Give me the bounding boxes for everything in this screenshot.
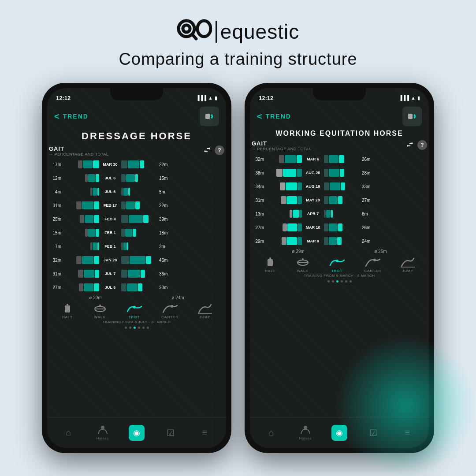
nav-calendar-left[interactable]: ☑: [160, 428, 182, 438]
gait-jump-left[interactable]: JUMP: [198, 304, 212, 319]
table-row: 29m MAR 9 24m: [252, 235, 427, 247]
nav-bar-right: < TREND: [250, 104, 429, 129]
table-row: 7m FEB 1 3m: [49, 240, 224, 253]
gait-icons-right: HALT WALK TROT: [250, 256, 429, 273]
dot: [142, 327, 145, 329]
back-button-right[interactable]: <: [257, 112, 262, 122]
active-nav-box-left: ◉: [129, 425, 145, 441]
dot: [327, 280, 330, 283]
gait-canter-left[interactable]: CANTER: [161, 304, 178, 319]
table-row: 13m APR 7 8m: [252, 208, 427, 220]
svg-point-3: [197, 21, 211, 37]
gait-subtitle-left: → PERCENTAGE AND TOTAL: [49, 152, 108, 156]
status-icons-left: ▐▐▐ ▲ ▮: [196, 95, 217, 101]
page-subtitle: Comparing a training structure: [0, 50, 476, 69]
page-header: equestic Comparing a training structure: [0, 0, 476, 78]
nav-menu-right[interactable]: ≡: [396, 428, 418, 438]
share-button-right[interactable]: [405, 140, 415, 150]
svg-rect-5: [65, 305, 70, 312]
table-row: 38m AUG 20 28m: [252, 167, 427, 179]
menu-icon: ≡: [405, 428, 410, 438]
nav-horses-label-left: Horses: [97, 436, 109, 440]
svg-point-20: [336, 260, 338, 262]
svg-rect-14: [408, 114, 413, 119]
training-rows-right: 32m MAR 6 26m 38m: [250, 153, 429, 247]
logo-divider: [216, 21, 217, 43]
sensor-icon-right: [402, 107, 422, 126]
share-button-left[interactable]: [202, 145, 212, 155]
nav-calendar-right[interactable]: ☑: [362, 428, 384, 438]
signal-icon: ▐▐▐: [399, 95, 409, 100]
gait-subtitle-right: → PERCENTAGE AND TOTAL: [252, 147, 311, 151]
avg-right-right: ø 25m: [374, 249, 387, 254]
table-row: 32m MAR 6 26m: [252, 153, 427, 165]
phone-right: 12:12 ▐▐▐ ▲ ▮ < TREND: [245, 83, 434, 453]
table-row: 25m FEB 4 39m: [49, 213, 224, 225]
table-row: 31m FEB 17 22m: [49, 199, 224, 212]
table-row: 27m JUL 6 30m: [49, 281, 224, 294]
nav-menu-left[interactable]: ≡: [193, 428, 216, 438]
gait-walk-right[interactable]: WALK: [296, 257, 310, 273]
nav-active-right[interactable]: ◉: [328, 425, 350, 441]
logo-brand: equestic: [220, 20, 299, 44]
phone-left-screen: 12:12 ▐▐▐ ▲ ▮ < TREND: [47, 88, 226, 448]
sensor-icon-left: [200, 107, 219, 126]
nav-bar-left: < TREND: [47, 104, 226, 129]
phone-right-screen: 12:12 ▐▐▐ ▲ ▮ < TREND: [250, 88, 429, 448]
help-button-right[interactable]: ?: [417, 140, 427, 150]
logo-eq: [177, 17, 212, 46]
svg-rect-15: [268, 259, 273, 266]
dot: [147, 327, 149, 329]
nav-title-right: TREND: [266, 113, 399, 120]
gait-actions-right: ?: [405, 140, 427, 150]
gait-halt-left[interactable]: HALT: [61, 304, 74, 319]
svg-rect-4: [205, 114, 210, 119]
svg-line-2: [192, 34, 196, 39]
gait-header-left: GAIT → PERCENTAGE AND TOTAL ?: [47, 145, 226, 156]
back-button-left[interactable]: <: [54, 112, 60, 122]
phone-left: 12:12 ▐▐▐ ▲ ▮ < TREND: [42, 83, 231, 453]
gait-trot-left[interactable]: TROT: [126, 304, 142, 319]
training-rows-left: 17m MAR 30 22m 12m: [47, 158, 226, 294]
battery-icon: ▮: [417, 95, 420, 101]
svg-point-1: [183, 25, 190, 32]
table-row: 27m MAR 10 26m: [252, 221, 427, 234]
dot-active: [134, 327, 136, 329]
page-dots-left: [47, 325, 226, 331]
nav-home-left[interactable]: ⌂: [58, 428, 80, 438]
menu-icon: ≡: [202, 428, 208, 438]
page-dots-right: [250, 279, 429, 284]
gait-trot-right[interactable]: TROT: [329, 257, 345, 273]
svg-point-9: [99, 305, 101, 306]
avg-left-left: ø 20m: [89, 295, 101, 300]
svg-point-19: [302, 258, 304, 260]
wifi-icon: ▲: [208, 95, 213, 100]
svg-point-11: [171, 305, 173, 308]
dot: [345, 280, 347, 283]
averages-left: ø 20m ø 24m: [47, 294, 226, 302]
nav-horses-right[interactable]: Horses: [294, 425, 316, 440]
home-icon: ⌂: [269, 428, 274, 438]
gait-jump-right[interactable]: JUMP: [401, 257, 415, 273]
calendar-icon: ☑: [167, 428, 175, 438]
svg-point-13: [101, 426, 104, 429]
table-row: 32m JAN 28 46m: [49, 254, 224, 266]
gait-halt-right[interactable]: HALT: [264, 257, 276, 273]
gait-walk-left[interactable]: WALK: [93, 304, 107, 319]
bottom-nav-right: ⌂ Horses ◉ ☑ ≡: [250, 417, 429, 448]
dot: [332, 280, 334, 283]
battery-icon: ▮: [215, 95, 217, 101]
nav-horses-label-right: Horses: [299, 436, 312, 440]
logo-area: equestic: [0, 17, 476, 46]
nav-home-right[interactable]: ⌂: [260, 428, 283, 438]
table-row: 12m JUL 6 15m: [49, 172, 224, 184]
gait-canter-right[interactable]: CANTER: [364, 257, 381, 273]
table-row: 31m MAY 20 27m: [252, 194, 427, 206]
help-button-left[interactable]: ?: [215, 145, 224, 155]
dot: [350, 280, 352, 283]
svg-point-21: [373, 259, 376, 261]
training-period-left: TRAINING FROM 6 JULY - 30 MARCH: [47, 319, 226, 325]
nav-horses-left[interactable]: Horses: [92, 425, 114, 440]
nav-active-left[interactable]: ◉: [126, 425, 148, 441]
dot: [125, 327, 127, 329]
